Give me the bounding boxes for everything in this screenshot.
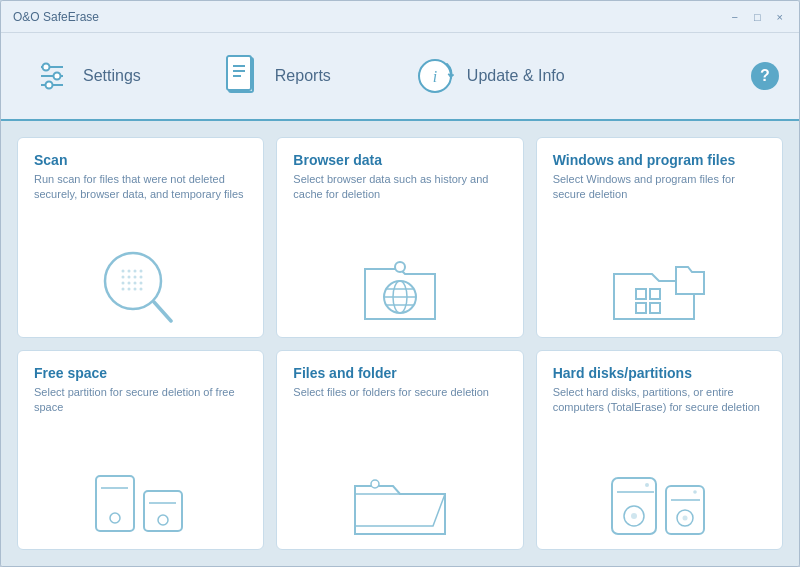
files-folder-desc: Select files or folders for secure delet…: [293, 385, 506, 400]
window-controls: − □ ×: [727, 11, 787, 23]
minimize-button[interactable]: −: [727, 11, 741, 23]
browser-data-desc: Select browser data such as history and …: [293, 172, 506, 203]
toolbar-item-reports[interactable]: Reports: [213, 46, 343, 106]
card-free-space[interactable]: Free space Select partition for secure d…: [17, 350, 264, 551]
svg-point-57: [694, 490, 698, 494]
hard-disks-title: Hard disks/partitions: [553, 365, 766, 381]
svg-rect-38: [650, 289, 660, 299]
svg-point-3: [54, 73, 61, 80]
svg-point-18: [121, 275, 124, 278]
svg-point-15: [127, 269, 130, 272]
svg-point-47: [371, 480, 379, 488]
toolbar-item-update[interactable]: i Update & Info: [403, 48, 577, 104]
svg-rect-39: [636, 303, 646, 313]
svg-point-27: [127, 287, 130, 290]
svg-point-36: [395, 262, 405, 272]
reports-label: Reports: [275, 67, 331, 85]
card-browser-data[interactable]: Browser data Select browser data such as…: [276, 137, 523, 338]
reports-icon: [225, 54, 263, 98]
svg-point-24: [133, 281, 136, 284]
svg-point-22: [121, 281, 124, 284]
svg-point-13: [105, 253, 161, 309]
svg-point-14: [121, 269, 124, 272]
files-folder-title: Files and folder: [293, 365, 506, 381]
maximize-button[interactable]: □: [750, 11, 765, 23]
free-space-desc: Select partition for secure deletion of …: [34, 385, 247, 416]
magnifier-icon: [34, 203, 247, 329]
svg-point-1: [43, 64, 50, 71]
svg-point-23: [127, 281, 130, 284]
card-windows-files[interactable]: Windows and program files Select Windows…: [536, 137, 783, 338]
svg-point-29: [139, 287, 142, 290]
toolbar: Settings Reports i: [1, 33, 799, 121]
update-info-icon: i: [415, 56, 455, 96]
svg-point-26: [121, 287, 124, 290]
windows-files-desc: Select Windows and program files for sec…: [553, 172, 766, 203]
windows-files-title: Windows and program files: [553, 152, 766, 168]
scan-title: Scan: [34, 152, 247, 168]
svg-point-5: [46, 82, 53, 89]
svg-point-20: [133, 275, 136, 278]
window-title: O&O SafeErase: [13, 10, 99, 24]
svg-point-16: [133, 269, 136, 272]
svg-point-55: [683, 516, 688, 521]
svg-point-25: [139, 281, 142, 284]
sliders-icon: [33, 57, 71, 95]
svg-rect-40: [650, 303, 660, 313]
scan-desc: Run scan for files that were not deleted…: [34, 172, 247, 203]
toolbar-item-settings[interactable]: Settings: [21, 49, 153, 103]
card-files-folder[interactable]: Files and folder Select files or folders…: [276, 350, 523, 551]
svg-point-17: [139, 269, 142, 272]
title-bar: O&O SafeErase − □ ×: [1, 1, 799, 33]
hard-disk-icon: [553, 415, 766, 541]
partition-icon: [34, 415, 247, 541]
help-button[interactable]: ?: [751, 62, 779, 90]
app-window: O&O SafeErase − □ × Settings: [0, 0, 800, 567]
close-button[interactable]: ×: [773, 11, 787, 23]
card-grid: Scan Run scan for files that were not de…: [1, 121, 799, 566]
svg-rect-7: [227, 56, 251, 90]
windows-folder-icon: [553, 203, 766, 329]
hard-disks-desc: Select hard disks, partitions, or entire…: [553, 385, 766, 416]
svg-line-30: [154, 302, 171, 321]
svg-point-28: [133, 287, 136, 290]
card-scan[interactable]: Scan Run scan for files that were not de…: [17, 137, 264, 338]
settings-label: Settings: [83, 67, 141, 85]
svg-point-52: [645, 483, 649, 487]
svg-rect-37: [636, 289, 646, 299]
svg-point-21: [139, 275, 142, 278]
svg-point-19: [127, 275, 130, 278]
svg-point-50: [631, 513, 637, 519]
browser-data-title: Browser data: [293, 152, 506, 168]
card-hard-disks[interactable]: Hard disks/partitions Select hard disks,…: [536, 350, 783, 551]
folder-icon: [293, 400, 506, 541]
update-info-label: Update & Info: [467, 67, 565, 85]
free-space-title: Free space: [34, 365, 247, 381]
svg-text:i: i: [433, 68, 437, 85]
browser-globe-icon: [293, 203, 506, 329]
